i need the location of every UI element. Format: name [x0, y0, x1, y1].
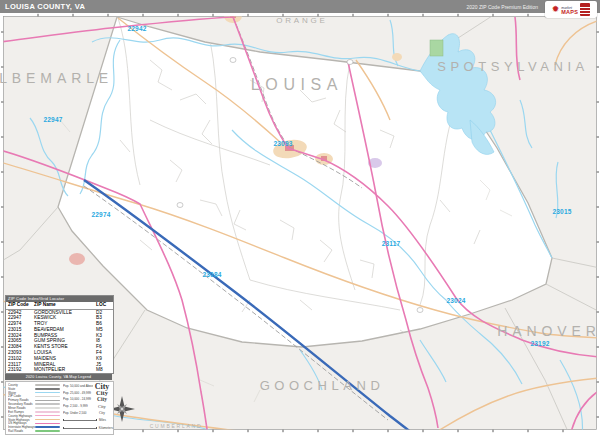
loc-cell: M8: [96, 367, 111, 373]
legend-line-sample: [35, 407, 60, 409]
scale-ruler-icon: [63, 419, 97, 421]
zip-index-table: ZIP Code Index/Grid Locator ZIP CodeZIP …: [5, 295, 114, 374]
legend-item-label: Rail Roads: [8, 429, 35, 433]
map-title: LOUISA COUNTY, VA: [5, 0, 85, 13]
title-bar: LOUISA COUNTY, VA 2020 ZIP Code Premium …: [0, 0, 600, 13]
scale-label: Kilometers: [99, 426, 113, 430]
legend-line-sample: [35, 403, 60, 405]
logo-badge-icon: [580, 3, 590, 16]
edition-label: 2020 ZIP Code Premium Edition: [466, 4, 538, 10]
zip-code-cell: 23192: [6, 367, 34, 373]
zip-table-columns: ZIP CodeZIP NameLOC: [6, 302, 113, 310]
table-row: 23192MONTPELIERM8: [6, 367, 113, 373]
park-area: [430, 40, 443, 56]
population-label: Pop. 2,500 - 9,999: [63, 404, 93, 408]
population-label: Pop. Under 2,500: [63, 411, 93, 415]
legend-population: Pop. 50,000 and AboveCityPop. 25,000 - 4…: [63, 383, 113, 416]
legend-line-sample: [35, 384, 60, 386]
legend-line-sample: [35, 411, 60, 413]
zip-name-cell: MONTPELIER: [34, 367, 96, 373]
column-header: LOC: [96, 302, 111, 309]
legend-population-row: Pop. 25,000 - 49,999City: [63, 390, 113, 397]
legend-line-sample: [35, 426, 60, 428]
city-sample: City: [93, 404, 111, 409]
column-header: ZIP Code: [6, 302, 34, 309]
map-legend: CountyStateWaterZIP CodePrimary RoadsSec…: [5, 381, 114, 435]
zip-table-rows: 22942GORDONSVILLED222947KESWICKB322974TR…: [6, 310, 113, 374]
scale-label: Miles: [99, 418, 106, 422]
column-header: ZIP Name: [34, 302, 96, 309]
city-sample: City: [93, 396, 111, 402]
map-poster: ORANGEALBEMARLESPOTSYLVANIALOUISAHANOVER…: [0, 0, 600, 436]
legend-line-sample: [35, 430, 60, 432]
legend-line-sample: [35, 392, 60, 394]
legend-scales: MilesKilometers: [63, 416, 113, 432]
scale-bar-row: Kilometers: [63, 424, 113, 432]
legend-population-row: Pop. Under 2,500City: [63, 409, 113, 416]
legend-line-sample: [35, 423, 60, 425]
scale-bar-row: Miles: [63, 416, 113, 424]
logo-brand-bottom: MAPS: [561, 10, 578, 14]
population-label: Pop. 10,000 - 24,999: [63, 397, 93, 401]
city-sample: City: [93, 389, 111, 396]
legend-item: Rail Roads: [8, 429, 63, 433]
legend-population-row: Pop. 2,500 - 9,999City: [63, 403, 113, 410]
legend-line-sample: [35, 415, 60, 417]
population-label: Pop. 25,000 - 49,999: [63, 391, 93, 395]
city-sample: City: [93, 411, 111, 415]
legend-line-sample: [35, 396, 60, 398]
population-label: Pop. 50,000 and Above: [63, 384, 93, 388]
scale-ruler-icon: [63, 427, 97, 429]
legend-line-sample: [35, 419, 60, 421]
legend-header-bar: 2020 Louisa County, VA Map Legend: [5, 374, 112, 380]
publisher-logo: ✹ market MAPS: [545, 1, 597, 18]
legend-items: CountyStateWaterZIP CodePrimary RoadsSec…: [6, 382, 63, 434]
legend-line-sample: [35, 400, 60, 402]
logo-star-icon: ✹: [552, 5, 560, 14]
legend-line-sample: [35, 388, 60, 390]
legend-population-row: Pop. 10,000 - 24,999City: [63, 396, 113, 403]
